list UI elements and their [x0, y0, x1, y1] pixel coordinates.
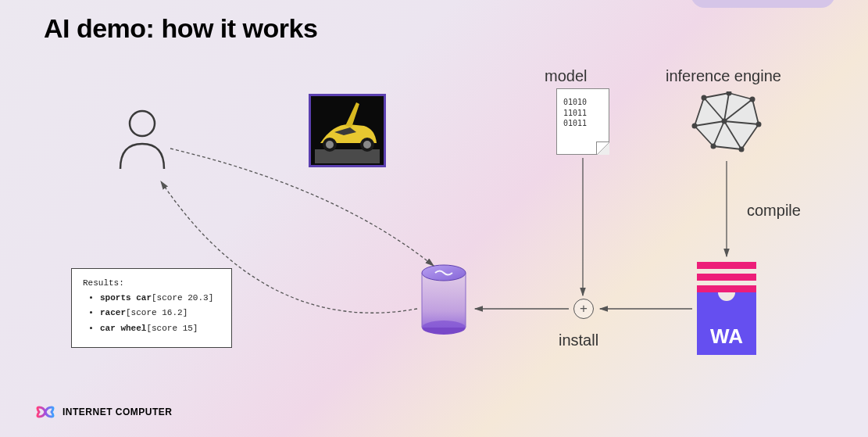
svg-point-4: [326, 141, 334, 149]
inference-engine-icon: [690, 91, 765, 159]
svg-rect-2: [315, 149, 380, 163]
model-binary-line: 11011: [563, 108, 602, 119]
results-panel: Results: sports car[score 20.3] racer[sc…: [71, 268, 232, 348]
combine-plus-icon: +: [573, 299, 594, 319]
canister-icon: [420, 262, 468, 336]
model-binary-line: 01010: [563, 97, 602, 108]
result-item: car wheel[score 15]: [100, 323, 220, 335]
top-decor-pill: [691, 0, 835, 8]
model-file-icon: 01010 11011 01011: [556, 88, 609, 155]
svg-point-15: [702, 95, 707, 101]
infinity-icon: [33, 406, 58, 418]
results-header: Results:: [83, 278, 220, 288]
svg-point-20: [711, 144, 716, 149]
svg-point-19: [739, 147, 745, 152]
page-title: AI demo: how it works: [44, 13, 317, 44]
footer-brand-text: INTERNET COMPUTER: [63, 407, 173, 417]
input-image: [309, 94, 386, 167]
wasm-module-icon: WA: [697, 262, 756, 355]
svg-point-18: [756, 122, 762, 127]
svg-point-22: [722, 119, 727, 124]
footer-logo: INTERNET COMPUTER: [33, 406, 173, 418]
result-item: sports car[score 20.3]: [100, 292, 220, 304]
svg-point-21: [692, 124, 698, 129]
wasm-label: WA: [710, 324, 743, 349]
label-install: install: [559, 331, 598, 349]
label-compile: compile: [747, 202, 801, 220]
label-inference-engine: inference engine: [666, 67, 781, 85]
svg-point-17: [750, 97, 755, 102]
model-binary-line: 01011: [563, 118, 602, 129]
svg-point-0: [130, 111, 155, 136]
arrows-overlay: [0, 0, 868, 437]
user-icon: [114, 109, 170, 172]
result-item: racer[score 16.2]: [100, 307, 220, 319]
label-model: model: [545, 67, 587, 85]
svg-point-6: [363, 141, 371, 149]
